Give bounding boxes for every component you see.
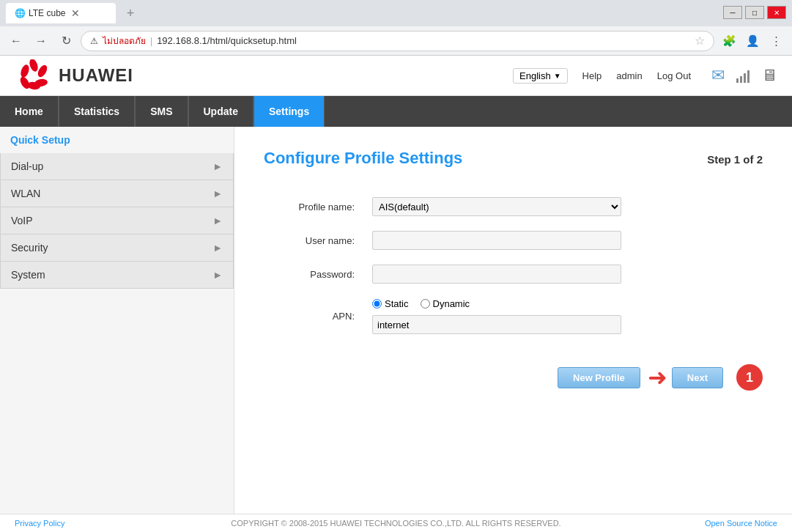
svg-point-1 [36,64,49,79]
logout-link[interactable]: Log Out [657,70,691,81]
password-row: Password: [264,257,763,291]
svg-point-0 [28,59,40,73]
username-label: User name: [264,223,366,257]
next-button[interactable]: Next [672,367,723,388]
password-cell [366,257,763,291]
profile-name-cell: AIS(default) [366,190,763,223]
annotation-circle-1: 1 [736,364,763,391]
profile-name-select-wrap: AIS(default) [372,197,757,216]
browser-toolbar: ← → ↻ ⚠ ไม่ปลอดภัย | 192.168.8.1/html/qu… [0,26,792,56]
window-controls: ─ □ ✕ [723,6,786,19]
nav-statistics[interactable]: Statistics [59,96,135,127]
page: HUAWEI English ▼ Help admin Log Out ✉ [0,56,792,532]
nav-sms[interactable]: SMS [136,96,188,127]
chevron-right-icon: ► [212,188,223,199]
close-button[interactable]: ✕ [767,6,786,19]
apn-input[interactable] [372,315,621,334]
username-cell [366,223,763,257]
sidebar-item-voip[interactable]: VoIP ► [0,207,234,234]
logo-text: HUAWEI [59,65,133,86]
sidebar-item-security[interactable]: Security ► [0,234,234,262]
forward-button[interactable]: → [31,31,51,51]
profile-settings-form: Profile name: AIS(default) User name: [264,190,763,341]
extensions-icon[interactable]: 🧩 [719,31,739,51]
chevron-down-icon: ▼ [554,72,561,80]
sidebar-item-system[interactable]: System ► [0,262,234,289]
sidebar-item-label: Dial-up [11,160,43,172]
warning-text: ไม่ปลอดภัย [103,34,146,48]
privacy-policy-link[interactable]: Privacy Policy [15,519,64,528]
mail-icon[interactable]: ✉ [711,66,725,85]
profile-name-row: Profile name: AIS(default) [264,190,763,223]
help-link[interactable]: Help [582,70,602,81]
static-label: Static [385,298,409,309]
address-bar[interactable]: ⚠ ไม่ปลอดภัย | 192.168.8.1/html/quickset… [81,31,714,51]
main-layout: Quick Setup Dial-up ► WLAN ► VoIP ► Secu… [0,127,792,514]
language-selector[interactable]: English ▼ [513,68,568,84]
content-header: Configure Profile Settings Step 1 of 2 [264,149,763,168]
sidebar-item-label: System [11,269,45,281]
dynamic-label: Dynamic [433,298,470,309]
minimize-button[interactable]: ─ [723,6,742,19]
sidebar: Quick Setup Dial-up ► WLAN ► VoIP ► Secu… [0,127,234,514]
nav-bar: Home Statistics SMS Update Settings [0,96,792,127]
language-value: English [519,70,551,81]
apn-radio-group: Static Dynamic [372,298,757,309]
browser-tab[interactable]: 🌐 LTE cube ✕ [6,3,116,23]
nav-home[interactable]: Home [0,96,59,127]
back-button[interactable]: ← [6,31,26,51]
maximize-button[interactable]: □ [745,6,764,19]
apn-row: APN: Static Dynamic [264,291,763,341]
new-profile-button[interactable]: New Profile [558,367,640,388]
open-source-link[interactable]: Open Source Notice [705,519,777,528]
huawei-logo: HUAWEI [15,59,133,92]
content-area: Configure Profile Settings Step 1 of 2 P… [234,127,792,514]
step-indicator: Step 1 of 2 [707,153,763,166]
admin-label: admin [616,70,642,81]
profile-name-label: Profile name: [264,190,366,223]
dynamic-radio-label[interactable]: Dynamic [421,298,470,309]
chevron-right-icon: ► [212,269,223,281]
static-radio[interactable] [372,299,382,309]
profile-name-select[interactable]: AIS(default) [372,197,621,216]
username-row: User name: [264,223,763,257]
dynamic-radio[interactable] [421,299,430,309]
sidebar-item-dialup[interactable]: Dial-up ► [0,153,234,180]
refresh-button[interactable]: ↻ [56,31,76,51]
tab-close-button[interactable]: ✕ [71,7,80,19]
browser-chrome: 🌐 LTE cube ✕ + ─ □ ✕ ← → ↻ ⚠ ไม่ปลอดภัย … [0,0,792,56]
nav-update[interactable]: Update [189,96,253,127]
chevron-right-icon: ► [212,215,223,226]
annotation-arrow: ➜ [648,363,665,391]
monitor-icon[interactable]: 🖥 [761,66,777,85]
footer: Privacy Policy COPYRIGHT © 2008-2015 HUA… [0,514,792,532]
sidebar-item-label: VoIP [11,215,33,226]
svg-point-5 [19,64,31,78]
bookmark-icon[interactable]: ☆ [695,34,705,48]
huawei-logo-image [15,59,53,92]
copyright-text: COPYRIGHT © 2008-2015 HUAWEI TECHNOLOGIE… [231,519,560,528]
static-radio-label[interactable]: Static [372,298,409,309]
nav-settings[interactable]: Settings [254,96,325,127]
sidebar-item-label: Security [11,242,48,254]
sidebar-item-wlan[interactable]: WLAN ► [0,180,234,207]
menu-icon[interactable]: ⋮ [766,31,786,51]
security-icon: ⚠ [90,36,98,46]
arrow-icon: ➜ [648,363,667,391]
sidebar-item-label: WLAN [11,188,40,199]
toolbar-icons: 🧩 👤 ⋮ [719,31,786,51]
password-input[interactable] [372,265,621,284]
new-tab-button[interactable]: + [119,3,142,23]
signal-icon [736,68,750,83]
sidebar-quick-setup[interactable]: Quick Setup [0,127,234,153]
password-label: Password: [264,257,366,291]
apn-label: APN: [264,291,366,341]
address-url[interactable]: 192.168.8.1/html/quicksetup.html [157,35,690,46]
profile-icon[interactable]: 👤 [742,31,763,51]
chevron-right-icon: ► [212,160,223,172]
username-input[interactable] [372,231,621,250]
chevron-right-icon: ► [212,242,223,254]
tab-title: LTE cube [29,8,65,18]
apn-cell: Static Dynamic [366,291,763,341]
page-title: Configure Profile Settings [264,149,462,168]
